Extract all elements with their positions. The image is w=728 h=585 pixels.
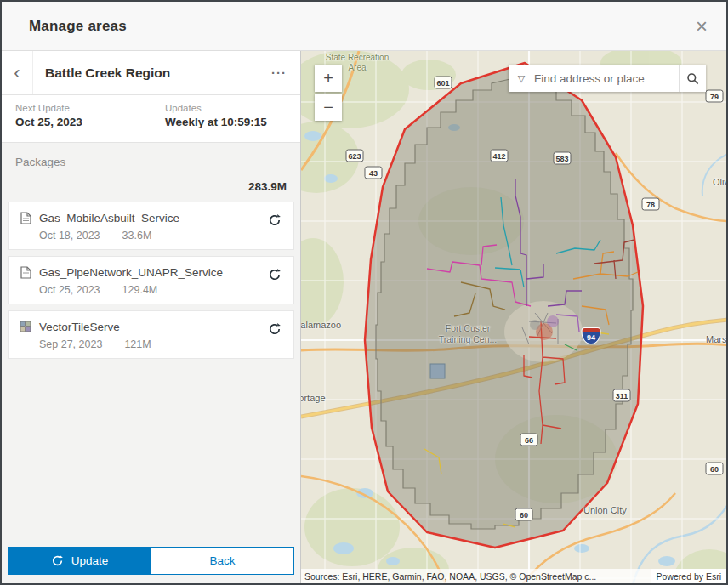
update-info-row: Next Update Oct 25, 2023 Updates Weekly … <box>2 95 300 143</box>
route-shield-412: 412 <box>490 150 508 162</box>
area-name: Battle Creek Region <box>33 65 258 81</box>
route-shield-43: 43 <box>365 167 383 179</box>
dialog-header: Manage areas × <box>2 2 726 51</box>
manage-areas-dialog: Manage areas × ‹ Battle Creek Region ···… <box>0 0 728 585</box>
package-item: VectorTileServe Sep 27, 2023 121M <box>8 310 294 359</box>
total-size: 283.9M <box>15 180 287 193</box>
next-update-cell: Next Update Oct 25, 2023 <box>2 95 151 142</box>
package-item: Gas_PipeNetwork_UNAPR_Service Oct 25, 20… <box>8 256 294 304</box>
tile-layer-icon <box>19 320 32 333</box>
package-refresh-icon[interactable] <box>266 321 283 340</box>
close-icon[interactable]: × <box>696 16 708 37</box>
document-icon <box>19 211 32 224</box>
map-label-fort-custer: Fort Custer Training Cen... <box>429 323 507 345</box>
updates-label: Updates <box>165 103 287 113</box>
package-size: 33.6M <box>122 230 152 241</box>
next-update-label: Next Update <box>15 103 137 113</box>
search-input[interactable] <box>534 65 679 92</box>
route-shield-311: 311 <box>613 389 631 402</box>
dialog-content: ‹ Battle Creek Region ··· Next Update Oc… <box>2 51 726 583</box>
route-shield-60-south: 60 <box>515 508 533 521</box>
package-date: Oct 25, 2023 <box>39 284 100 296</box>
zoom-controls: + − <box>315 65 342 121</box>
basemap-canvas <box>301 51 726 583</box>
route-shield-60-east: 60 <box>706 463 724 475</box>
packages-heading: Packages <box>15 156 287 168</box>
route-shield-78: 78 <box>642 198 660 211</box>
zoom-in-button[interactable]: + <box>315 65 342 92</box>
map-label-line: Fort Custer <box>429 323 507 334</box>
map-label-kalamazoo: Kalamazoo <box>301 320 341 330</box>
package-name: Gas_PipeNetwork_UNAPR_Service <box>39 266 223 279</box>
overflow-menu-icon[interactable]: ··· <box>258 65 300 80</box>
updates-value: Weekly at 10:59:15 <box>165 116 287 128</box>
refresh-icon <box>51 554 64 567</box>
updates-cell: Updates Weekly at 10:59:15 <box>151 95 300 142</box>
map-label-marshall: Marshall <box>706 334 726 344</box>
route-shield-583: 583 <box>553 152 571 165</box>
package-item: Gas_MobileAsbuilt_Service Oct 18, 2023 3… <box>8 202 294 250</box>
package-size: 129.4M <box>122 284 158 296</box>
route-shield-79: 79 <box>706 90 724 103</box>
area-detail-panel: ‹ Battle Creek Region ··· Next Update Oc… <box>2 51 301 583</box>
dialog-title: Manage areas <box>29 18 127 35</box>
package-refresh-icon[interactable] <box>266 266 283 286</box>
area-header: ‹ Battle Creek Region ··· <box>2 51 300 95</box>
panel-footer: Update Back <box>8 547 294 575</box>
update-button-label: Update <box>71 554 109 567</box>
search-dropdown-icon[interactable]: ▽ <box>509 65 534 92</box>
package-date: Sep 27, 2023 <box>39 338 102 350</box>
package-name: VectorTileServe <box>39 321 120 333</box>
next-update-value: Oct 25, 2023 <box>15 116 137 128</box>
route-shield-601: 601 <box>434 77 452 89</box>
zoom-out-button[interactable]: − <box>315 94 342 121</box>
document-icon <box>19 265 32 279</box>
route-shield-623: 623 <box>345 150 363 162</box>
map-label-line: State Recreation <box>316 53 398 63</box>
powered-by-esri: Powered by Esri <box>651 569 726 583</box>
package-size: 121M <box>124 338 151 350</box>
package-date: Oct 18, 2023 <box>39 230 100 241</box>
package-refresh-icon[interactable] <box>266 212 283 231</box>
attribution-sources: Sources: Esri, HERE, Garmin, FAO, NOAA, … <box>301 571 596 582</box>
back-button[interactable]: Back <box>151 547 294 575</box>
map-view[interactable]: 601 79 623 412 583 43 78 94 311 60 66 60… <box>301 51 726 583</box>
search-icon[interactable] <box>679 65 706 92</box>
map-label-line: Training Cen... <box>429 334 507 345</box>
route-shield-66: 66 <box>520 434 538 446</box>
map-label-portage: Portage <box>301 393 326 403</box>
map-label-olivet: Olivet <box>713 177 726 187</box>
map-search: ▽ <box>509 65 706 92</box>
package-name: Gas_MobileAsbuilt_Service <box>39 212 179 224</box>
back-chevron-icon[interactable]: ‹ <box>2 51 33 94</box>
packages-section: Packages 283.9M Gas_MobileAsbuilt_Servic… <box>2 143 300 583</box>
map-attribution: Sources: Esri, HERE, Garmin, FAO, NOAA, … <box>301 569 726 583</box>
map-label-union-city: Union City <box>583 505 627 515</box>
update-button[interactable]: Update <box>8 547 151 575</box>
